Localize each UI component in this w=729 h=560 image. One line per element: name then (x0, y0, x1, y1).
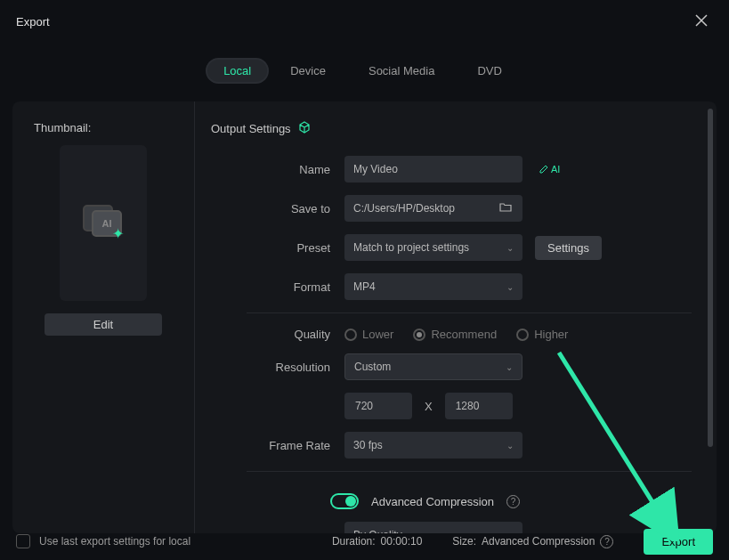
name-label: Name (211, 163, 344, 176)
framerate-label: Frame Rate (211, 439, 344, 452)
close-icon (695, 14, 708, 27)
thumbnail-preview[interactable]: ✦ (60, 145, 147, 301)
thumbnail-label: Thumbnail: (34, 121, 173, 134)
chevron-down-icon: ⌄ (506, 282, 514, 292)
tab-local[interactable]: Local (207, 60, 267, 82)
tab-social-media[interactable]: Social Media (347, 58, 456, 84)
saveto-input[interactable] (344, 195, 522, 222)
pencil-icon (539, 164, 549, 174)
quality-label: Quality (211, 328, 344, 341)
resolution-width-input[interactable] (344, 393, 412, 419)
chevron-down-icon: ⌄ (506, 362, 513, 372)
quality-lower-radio[interactable]: Lower (344, 328, 393, 341)
framerate-select[interactable]: 30 fps ⌄ (344, 432, 522, 459)
format-label: Format (211, 280, 344, 294)
format-select[interactable]: MP4 ⌄ (344, 273, 522, 300)
resolution-height-input[interactable] (445, 393, 513, 419)
preset-select[interactable]: Match to project settings ⌄ (344, 234, 522, 261)
size-info: Size: Advanced Compression ? (452, 535, 613, 548)
tab-dvd[interactable]: DVD (456, 58, 522, 84)
size-help-button[interactable]: ? (600, 535, 613, 548)
scrollbar[interactable] (708, 109, 713, 447)
ai-cards-icon: ✦ (81, 201, 126, 246)
quality-recommend-radio[interactable]: Recommend (413, 328, 497, 341)
export-tabs: Local Device Social Media DVD (0, 40, 729, 84)
dialog-title: Export (16, 15, 50, 28)
preset-label: Preset (211, 241, 344, 255)
advanced-compression-toggle[interactable] (330, 493, 359, 509)
ai-name-button[interactable]: AI (539, 164, 560, 174)
compression-help-button[interactable]: ? (506, 495, 520, 508)
chevron-down-icon: ⌄ (506, 441, 514, 450)
cube-icon (298, 121, 311, 136)
close-button[interactable] (690, 11, 713, 33)
export-button[interactable]: Export (644, 529, 713, 555)
quality-higher-radio[interactable]: Higher (516, 328, 568, 341)
duration-info: Duration: 00:00:10 (332, 535, 422, 548)
resolution-label: Resolution (211, 361, 344, 374)
use-last-settings-checkbox[interactable] (16, 534, 30, 548)
chevron-down-icon: ⌄ (506, 243, 514, 253)
edit-thumbnail-button[interactable]: Edit (45, 313, 162, 336)
resolution-separator: X (425, 400, 433, 413)
saveto-label: Save to (211, 202, 344, 215)
use-last-settings-label: Use last export settings for local (39, 535, 190, 548)
advanced-compression-label: Advanced Compression (371, 495, 494, 508)
output-settings-header: Output Settings (211, 121, 692, 136)
name-input[interactable] (344, 156, 522, 183)
browse-folder-button[interactable] (499, 202, 512, 215)
folder-icon (499, 202, 512, 213)
preset-settings-button[interactable]: Settings (535, 236, 602, 260)
resolution-select[interactable]: Custom ⌄ (344, 353, 522, 380)
tab-device[interactable]: Device (269, 58, 347, 84)
